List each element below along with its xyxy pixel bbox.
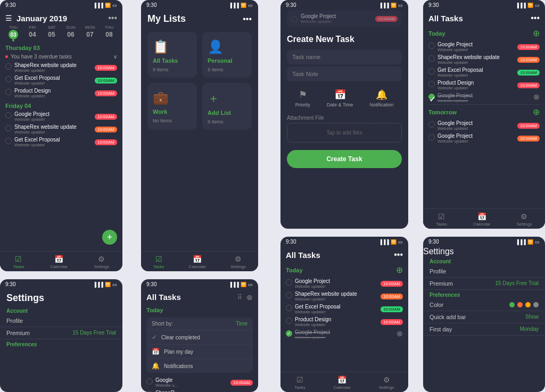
- more-icon[interactable]: •••: [394, 250, 403, 260]
- nav-settings[interactable]: ⚙ Settings: [94, 255, 109, 269]
- task-checkbox[interactable]: [428, 134, 435, 140]
- nav-calendar[interactable]: 📅 Calendar: [51, 255, 68, 269]
- task-checkbox[interactable]: [286, 318, 292, 324]
- nav-settings[interactable]: ⚙ Settings: [230, 255, 246, 269]
- today-section: Today ⊕: [423, 26, 545, 40]
- add-task-icon[interactable]: ⊕: [396, 265, 403, 275]
- day-sun06[interactable]: SUN06: [62, 25, 80, 41]
- settings-icon: ⚙: [235, 255, 242, 263]
- fab-add-button[interactable]: +: [102, 230, 117, 245]
- settings-quickadd-row[interactable]: Quick add bar Show: [423, 311, 545, 323]
- nav-tasks[interactable]: ☑ Tasks: [153, 255, 164, 269]
- task-checkbox[interactable]: [5, 112, 12, 119]
- create-task-button[interactable]: Create Task: [287, 150, 402, 168]
- day-thu03[interactable]: THU 03: [4, 25, 22, 41]
- nav-tasks[interactable]: ☑ Tasks: [294, 376, 305, 390]
- more-icon[interactable]: •••: [243, 14, 252, 24]
- list-card-personal[interactable]: 👤 Personal 9 Items: [202, 32, 252, 78]
- dropdown-clear[interactable]: ✓ Clear completed: [146, 330, 253, 345]
- nav-calendar[interactable]: 📅 Calendar: [189, 255, 206, 269]
- priority-button[interactable]: ⚑ Priority: [295, 89, 310, 107]
- status-bar-br: 9:30 ▐▐▐ 🛜 ▭: [280, 237, 408, 247]
- task-checkbox[interactable]: [428, 55, 435, 62]
- nav-calendar[interactable]: 📅 Calendar: [334, 376, 351, 390]
- color-dot-orange[interactable]: [517, 302, 523, 307]
- color-dot-gray[interactable]: [533, 302, 539, 307]
- prev-task-sub: Website update!: [301, 19, 372, 24]
- task-checkbox[interactable]: [286, 279, 292, 286]
- close-icon[interactable]: ⊗: [246, 293, 253, 302]
- list-card-addlist[interactable]: ＋ Add List 9 Items: [202, 83, 252, 130]
- task-checkbox[interactable]: [286, 305, 292, 311]
- task-checkbox[interactable]: [428, 81, 435, 87]
- task-name-input[interactable]: Task name: [287, 49, 402, 64]
- notification-button[interactable]: 🔔 Notification: [370, 89, 394, 107]
- grid-icon[interactable]: ⠿: [237, 294, 242, 301]
- battery-icon: ▭: [398, 239, 403, 245]
- battery-icon: ▭: [248, 3, 253, 8]
- more-icon[interactable]: •••: [531, 13, 540, 23]
- list-card-work[interactable]: 💼 Work No Items: [147, 83, 197, 130]
- status-bar-calendar: 9:30 ▐▐▐ 🛜 ▭: [0, 0, 122, 10]
- status-icons: ▐▐▐ 🛜 ▭: [516, 239, 540, 245]
- add-icon: ＋: [208, 90, 219, 106]
- alltasks-bc-card: 9:30 ▐▐▐ 🛜 ▭ All Tasks ⠿ ⊗ Today Short b…: [141, 279, 258, 392]
- settings-icon: ⚙: [383, 376, 390, 384]
- wifi-icon: 🛜: [241, 282, 246, 287]
- status-time: 9:30: [286, 239, 296, 245]
- task-checkbox-checked[interactable]: ✓: [286, 330, 292, 337]
- list-card-alltasks[interactable]: 📋 All Tasks 9 Items: [147, 32, 197, 78]
- task-item: GoogleWebsite u... 10:00AM: [141, 376, 258, 389]
- chevron-down-icon[interactable]: ∨: [113, 54, 117, 60]
- nav-settings[interactable]: ⚙ Settings: [379, 376, 394, 390]
- task-checkbox[interactable]: [146, 378, 153, 385]
- task-item: Product DesignWebsite update! 10:00AM: [0, 87, 122, 99]
- settings-profile-row[interactable]: Profile: [0, 315, 122, 327]
- settings-premium-row-r[interactable]: Premium 15 Days Free Trial: [423, 278, 545, 290]
- add-task-icon[interactable]: ⊕: [533, 28, 540, 38]
- day-mon07[interactable]: MON07: [81, 25, 99, 41]
- task-checkbox[interactable]: [5, 63, 12, 70]
- color-dot-yellow[interactable]: [525, 302, 531, 307]
- list-name: Add List: [208, 110, 231, 116]
- nav-tasks[interactable]: ☑ Tasks: [13, 255, 24, 269]
- clipboard-icon: 📋: [153, 39, 169, 54]
- day-sat05[interactable]: SAT05: [43, 25, 61, 41]
- dropdown-planday[interactable]: 📅 Plan my day: [146, 345, 253, 359]
- more-icon[interactable]: •••: [108, 13, 117, 23]
- settings-premium-row[interactable]: Premium 15 Days Free Trial: [0, 327, 122, 339]
- status-time: 9:30: [428, 239, 439, 245]
- remove-icon[interactable]: ⊗: [533, 93, 540, 101]
- task-checkbox[interactable]: [5, 138, 12, 144]
- task-tag: 10:00AM: [381, 281, 403, 287]
- nav-tasks[interactable]: ☑ Tasks: [436, 212, 447, 227]
- day-fri04[interactable]: FRI04: [23, 25, 42, 41]
- task-checkbox-checked[interactable]: ✓: [428, 94, 435, 100]
- color-dot-green[interactable]: [509, 302, 515, 307]
- nav-calendar[interactable]: 📅 Calendar: [473, 212, 490, 227]
- task-checkbox[interactable]: [428, 43, 435, 49]
- task-note-input[interactable]: Task Note: [287, 66, 402, 81]
- menu-icon[interactable]: ☰: [5, 14, 12, 22]
- datetime-button[interactable]: 📅 Date & Time: [327, 89, 353, 107]
- day-thu08[interactable]: THU08: [100, 25, 118, 41]
- add-task-icon[interactable]: ⊕: [533, 107, 540, 117]
- attach-box[interactable]: Tap to add files: [287, 123, 402, 143]
- task-checkbox[interactable]: [5, 125, 12, 131]
- firstday-value: Monday: [519, 326, 539, 332]
- settings-right-card: 9:30 ▐▐▐ 🛜 ▭ Settings Account Profile Pr…: [423, 237, 545, 392]
- task-checkbox[interactable]: [5, 89, 12, 95]
- dropdown-notifications[interactable]: 🔔 Notifications: [146, 359, 253, 373]
- prev-task-row: Google Project Website update! 10:00AM: [287, 10, 402, 27]
- task-checkbox[interactable]: [5, 76, 12, 82]
- friday-section: Friday 04: [0, 99, 122, 110]
- settings-profile-row-r[interactable]: Profile: [423, 265, 545, 278]
- task-checkbox[interactable]: [428, 68, 435, 74]
- task-checkbox[interactable]: [286, 292, 292, 298]
- task-checkbox[interactable]: [428, 121, 435, 128]
- remove-icon[interactable]: ⊗: [397, 329, 403, 338]
- status-time: 9:30: [146, 2, 156, 8]
- nav-settings[interactable]: ⚙ Settings: [517, 212, 532, 227]
- settings-firstday-row[interactable]: First day Monday: [423, 323, 545, 336]
- wifi-icon: 🛜: [105, 3, 111, 8]
